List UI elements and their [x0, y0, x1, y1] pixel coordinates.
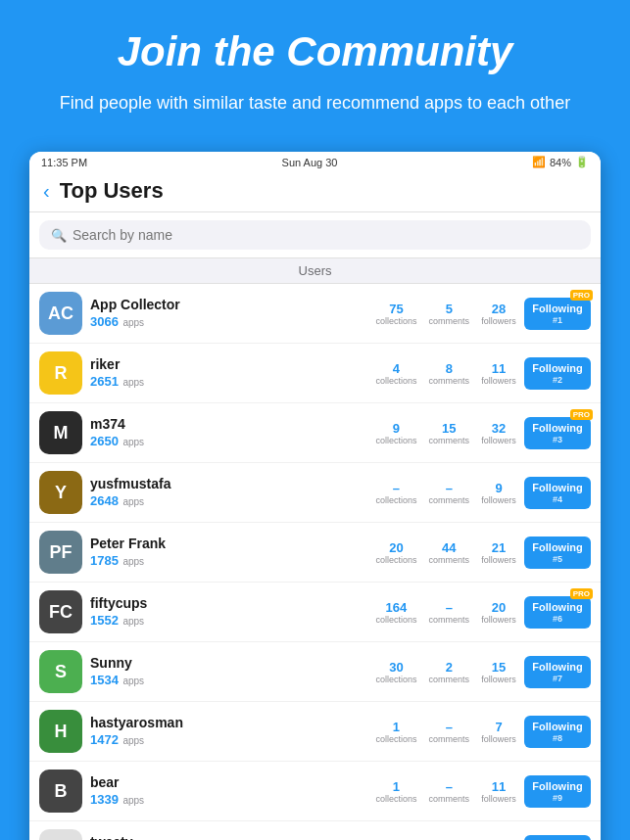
followers-label: followers: [481, 316, 516, 326]
user-stats: 1 collections – comments 7 followers: [375, 720, 516, 744]
followers-value: 28: [481, 302, 516, 316]
user-avatar: B: [39, 770, 82, 813]
stat-followers: 20 followers: [481, 600, 516, 625]
section-label: Users: [299, 263, 332, 278]
avatar-text: S: [39, 650, 82, 693]
stat-comments: – comments: [428, 779, 469, 804]
stat-followers: 28 followers: [481, 302, 516, 326]
user-stats: 20 collections 44 comments 21 followers: [375, 540, 516, 565]
user-avatar: S: [39, 650, 82, 693]
search-bar[interactable]: 🔍: [39, 220, 591, 250]
following-button[interactable]: PRO Following #3: [524, 417, 591, 449]
rank-label: #6: [532, 614, 583, 624]
user-name: bear: [90, 774, 367, 790]
user-apps-label: apps: [122, 496, 144, 507]
user-name: tweety: [90, 834, 367, 840]
rank-label: #5: [532, 554, 583, 564]
pro-badge: PRO: [570, 290, 593, 301]
collections-label: collections: [375, 436, 416, 445]
collections-label: collections: [375, 555, 416, 565]
battery-level: 84%: [550, 157, 571, 168]
user-avatar: AC: [39, 292, 82, 335]
user-stats: – collections – comments 9 followers: [375, 481, 516, 505]
user-apps-label: apps: [122, 795, 144, 806]
collections-value: 30: [375, 660, 416, 675]
user-name: hastyarosman: [90, 715, 367, 730]
user-apps-value: 2648: [90, 493, 119, 508]
user-apps-count: 2651 apps: [90, 372, 367, 390]
following-button[interactable]: Following #9: [524, 775, 591, 808]
user-name: yusfmustafa: [90, 476, 367, 491]
following-button[interactable]: Following #4: [524, 477, 591, 509]
user-avatar: PF: [39, 531, 82, 574]
stat-comments: 44 comments: [428, 540, 469, 565]
user-apps-value: 1785: [90, 553, 119, 568]
user-info: yusfmustafa 2648 apps: [90, 476, 367, 509]
rank-label: #1: [532, 315, 583, 325]
following-button[interactable]: Following #8: [524, 716, 591, 748]
followers-value: 11: [481, 779, 516, 794]
user-name: m374: [90, 416, 367, 432]
followers-label: followers: [481, 376, 516, 386]
user-info: Peter Frank 1785 apps: [90, 536, 367, 569]
user-stats: 30 collections 2 comments 15 followers: [375, 660, 516, 684]
collections-value: 4: [375, 361, 416, 376]
user-apps-count: 1534 apps: [90, 671, 367, 688]
hero-title: Join the Community: [20, 29, 610, 74]
comments-label: comments: [428, 734, 469, 744]
page-title: Top Users: [60, 178, 164, 204]
following-button[interactable]: Following #7: [524, 656, 591, 688]
comments-label: comments: [428, 794, 469, 804]
comments-value: 5: [428, 302, 469, 316]
following-button[interactable]: PRO Following #6: [524, 596, 591, 629]
collections-label: collections: [375, 794, 416, 804]
user-stats: 1 collections – comments 11 followers: [375, 779, 516, 804]
followers-value: 20: [481, 600, 516, 615]
rank-label: #7: [532, 674, 583, 683]
collections-label: collections: [375, 675, 416, 684]
user-name: riker: [90, 356, 367, 372]
followers-value: 7: [481, 720, 516, 734]
user-stats: 9 collections 15 comments 32 followers: [375, 421, 516, 445]
stat-comments: – comments: [428, 600, 469, 625]
user-apps-count: 2648 apps: [90, 491, 367, 509]
comments-value: –: [428, 600, 469, 615]
comments-label: comments: [428, 376, 469, 386]
user-row: PF Peter Frank 1785 apps 20 collections …: [29, 523, 601, 583]
user-list: AC App Collector 3066 apps 75 collection…: [29, 284, 601, 840]
comments-label: comments: [428, 436, 469, 445]
user-avatar: R: [39, 351, 82, 395]
avatar-text: R: [39, 351, 82, 395]
following-button[interactable]: PRO Following #1: [524, 298, 591, 330]
section-header: Users: [29, 257, 601, 284]
user-stats: 164 collections – comments 20 followers: [375, 600, 516, 625]
collections-value: 1: [375, 720, 416, 734]
comments-value: 15: [428, 421, 469, 436]
comments-value: –: [428, 779, 469, 794]
back-button[interactable]: ‹: [43, 180, 50, 203]
following-button[interactable]: Following #10: [524, 835, 591, 840]
user-stats: 4 collections 8 comments 11 followers: [375, 361, 516, 386]
avatar-text: H: [39, 710, 82, 753]
user-stats: 75 collections 5 comments 28 followers: [375, 302, 516, 326]
followers-label: followers: [481, 555, 516, 565]
user-apps-value: 2651: [90, 374, 119, 389]
comments-label: comments: [428, 495, 469, 505]
user-apps-label: apps: [122, 377, 144, 388]
user-avatar: FC: [39, 590, 82, 633]
user-row: S Sunny 1534 apps 30 collections 2 comme…: [29, 642, 601, 702]
following-button[interactable]: Following #2: [524, 357, 591, 390]
stat-comments: – comments: [428, 481, 469, 505]
user-name: App Collector: [90, 297, 367, 312]
nav-bar: ‹ Top Users: [29, 172, 601, 212]
followers-value: 15: [481, 660, 516, 675]
user-apps-label: apps: [122, 676, 144, 686]
search-input[interactable]: [73, 227, 579, 243]
following-button[interactable]: Following #5: [524, 537, 591, 569]
avatar-text: B: [39, 770, 82, 813]
phone-frame: 11:35 PM Sun Aug 30 📶 84% 🔋 ‹ Top Users …: [29, 152, 601, 840]
user-info: Sunny 1534 apps: [90, 655, 367, 688]
user-name: Peter Frank: [90, 536, 367, 551]
user-avatar: Y: [39, 471, 82, 514]
stat-followers: 21 followers: [481, 540, 516, 565]
